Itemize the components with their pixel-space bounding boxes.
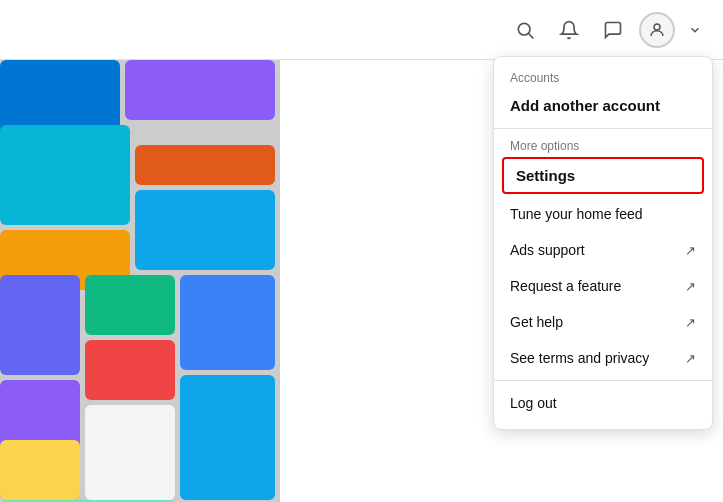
menu-divider-2 — [494, 380, 712, 381]
dropdown-menu: Accounts Add another account More option… — [493, 56, 713, 430]
get-help-label: Get help — [510, 314, 563, 330]
notifications-button[interactable] — [551, 12, 587, 48]
menu-divider-1 — [494, 128, 712, 129]
request-feature-label: Request a feature — [510, 278, 621, 294]
chevron-down-button[interactable] — [683, 18, 707, 42]
get-help-item[interactable]: Get help ↗ — [494, 304, 712, 340]
see-terms-label: See terms and privacy — [510, 350, 649, 366]
ads-support-item[interactable]: Ads support ↗ — [494, 232, 712, 268]
request-feature-external-icon: ↗ — [685, 279, 696, 294]
settings-item[interactable]: Settings — [502, 157, 704, 194]
add-account-item[interactable]: Add another account — [494, 87, 712, 124]
request-feature-item[interactable]: Request a feature ↗ — [494, 268, 712, 304]
svg-line-1 — [529, 33, 534, 38]
see-terms-item[interactable]: See terms and privacy ↗ — [494, 340, 712, 376]
svg-point-0 — [518, 23, 530, 35]
accounts-section-label: Accounts — [494, 65, 712, 87]
log-out-item[interactable]: Log out — [494, 385, 712, 421]
more-options-label: More options — [494, 133, 712, 155]
messages-button[interactable] — [595, 12, 631, 48]
see-terms-external-icon: ↗ — [685, 351, 696, 366]
header-bar — [0, 0, 723, 60]
ads-support-label: Ads support — [510, 242, 585, 258]
avatar-button[interactable] — [639, 12, 675, 48]
svg-point-2 — [654, 24, 660, 30]
ads-support-external-icon: ↗ — [685, 243, 696, 258]
get-help-external-icon: ↗ — [685, 315, 696, 330]
tune-feed-item[interactable]: Tune your home feed — [494, 196, 712, 232]
search-button[interactable] — [507, 12, 543, 48]
background-mosaic — [0, 60, 280, 502]
